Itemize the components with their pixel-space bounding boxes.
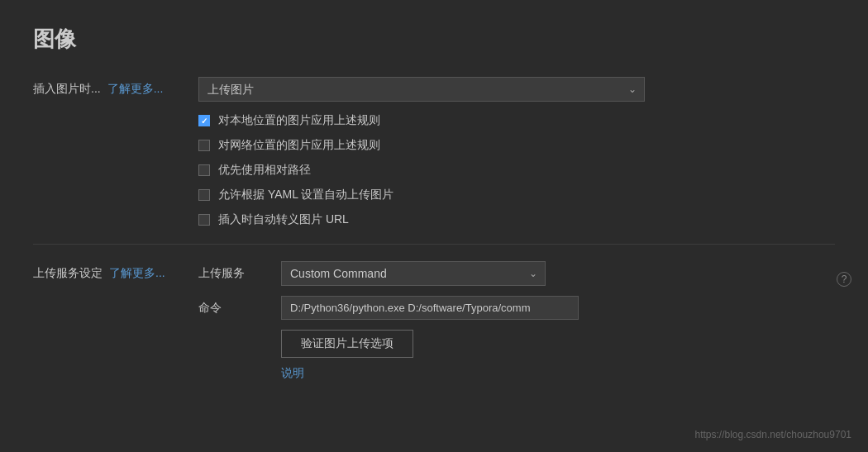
checkbox-network-box[interactable]: [198, 140, 210, 151]
checkbox-local-box[interactable]: [198, 115, 210, 126]
command-row: 命令: [198, 296, 835, 320]
checkbox-relative-box[interactable]: [198, 164, 210, 176]
description-link[interactable]: 说明: [281, 366, 835, 381]
checkbox-escape-box[interactable]: [198, 214, 210, 226]
upload-service-section: 上传服务设定 了解更多... 上传服务 Custom Command PicGo…: [33, 261, 835, 381]
section-divider: [33, 244, 835, 245]
insert-label: 插入图片时...: [33, 82, 101, 97]
verify-button[interactable]: 验证图片上传选项: [281, 330, 413, 358]
checkbox-escape-label: 插入时自动转义图片 URL: [218, 212, 349, 227]
command-input[interactable]: [281, 296, 579, 320]
checkbox-network-label: 对网络位置的图片应用上述规则: [218, 138, 380, 153]
page-title: 图像: [33, 25, 835, 54]
insert-label-group: 插入图片时... 了解更多...: [33, 77, 198, 97]
service-label: 上传服务: [198, 266, 265, 281]
checkbox-relative-label: 优先使用相对路径: [218, 163, 311, 178]
upload-type-select[interactable]: 上传图片 复制到当前目录 不做操作: [198, 77, 645, 102]
upload-type-select-wrapper: 上传图片 复制到当前目录 不做操作 ⌄: [198, 77, 645, 102]
insert-learn-more[interactable]: 了解更多...: [107, 82, 164, 97]
footer-url: https://blog.csdn.net/chouzhou9701: [695, 429, 851, 440]
service-select-wrapper: Custom Command PicGo-Core (command line)…: [281, 261, 546, 286]
service-select[interactable]: Custom Command PicGo-Core (command line)…: [281, 261, 546, 286]
upload-learn-more[interactable]: 了解更多...: [109, 266, 165, 281]
checkbox-yaml[interactable]: 允许根据 YAML 设置自动上传图片: [198, 188, 835, 202]
upload-right-content: 上传服务 Custom Command PicGo-Core (command …: [198, 261, 835, 381]
help-icon[interactable]: ?: [837, 272, 851, 287]
checkbox-relative[interactable]: 优先使用相对路径: [198, 163, 835, 178]
checkbox-escape[interactable]: 插入时自动转义图片 URL: [198, 212, 835, 227]
checkbox-yaml-label: 允许根据 YAML 设置自动上传图片: [218, 188, 393, 202]
checkbox-local[interactable]: 对本地位置的图片应用上述规则: [198, 113, 835, 128]
upload-label: 上传服务设定: [33, 266, 103, 281]
page-container: 图像 插入图片时... 了解更多... 上传图片 复制到当前目录 不做操作 ⌄ …: [0, 0, 868, 452]
checkbox-yaml-box[interactable]: [198, 189, 210, 201]
upload-label-group: 上传服务设定 了解更多...: [33, 261, 198, 281]
upload-service-row: 上传服务 Custom Command PicGo-Core (command …: [198, 261, 835, 286]
checkbox-group: 对本地位置的图片应用上述规则 对网络位置的图片应用上述规则 优先使用相对路径 允…: [198, 113, 835, 227]
checkbox-local-label: 对本地位置的图片应用上述规则: [218, 113, 380, 128]
command-label: 命令: [198, 301, 265, 316]
insert-content: 上传图片 复制到当前目录 不做操作 ⌄ 对本地位置的图片应用上述规则 对网络位置…: [198, 77, 835, 227]
insert-image-section: 插入图片时... 了解更多... 上传图片 复制到当前目录 不做操作 ⌄ 对本地…: [33, 77, 835, 227]
verify-desc-group: 验证图片上传选项 说明: [281, 330, 835, 381]
checkbox-network[interactable]: 对网络位置的图片应用上述规则: [198, 138, 835, 153]
